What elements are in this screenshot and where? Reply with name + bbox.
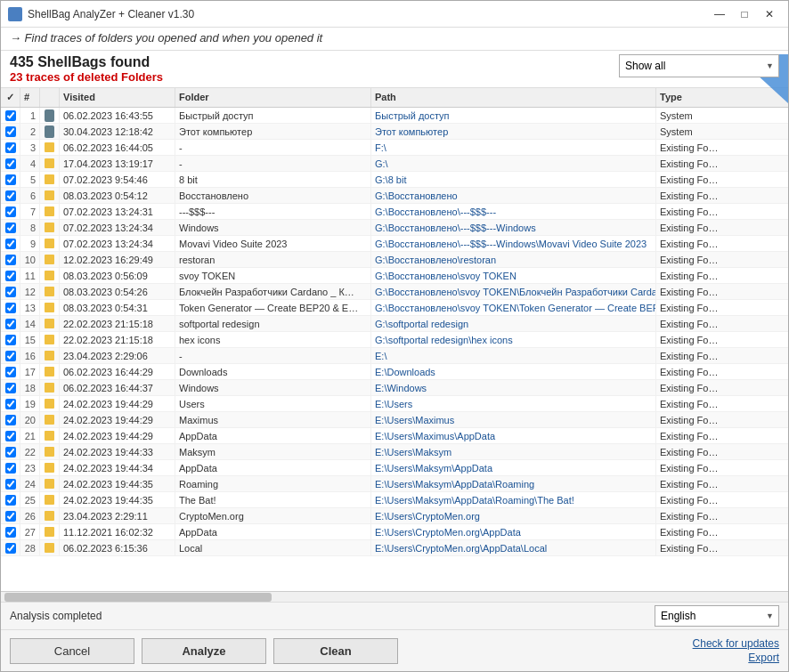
table-row[interactable]: 2324.02.2023 19:44:34AppDataE:\Users\Mak… — [1, 460, 788, 476]
row-checkbox[interactable] — [1, 268, 20, 283]
table-row[interactable]: 1706.02.2023 16:44:29DownloadsE:\Downloa… — [1, 364, 788, 380]
row-type: Existing Fo… — [656, 300, 763, 315]
table-row[interactable]: 306.02.2023 16:44:05-F:\Existing Fo… — [1, 140, 788, 156]
table-row[interactable]: 2124.02.2023 19:44:29AppDataE:\Users\Max… — [1, 428, 788, 444]
cancel-button[interactable]: Cancel — [10, 638, 134, 664]
table-row[interactable]: 1806.02.2023 16:44:37WindowsE:\WindowsEx… — [1, 380, 788, 396]
row-checkbox[interactable] — [1, 220, 20, 235]
table-row[interactable]: 1108.03.2023 0:56:09svoy TOKENG:\Восстан… — [1, 268, 788, 284]
row-checkbox[interactable] — [1, 252, 20, 267]
row-checkbox[interactable] — [1, 204, 20, 219]
table-row[interactable]: 1308.03.2023 0:54:31Token Generator — Cr… — [1, 300, 788, 316]
row-visited: 06.02.2023 16:44:29 — [60, 364, 175, 379]
col-check[interactable]: ✓ — [1, 88, 20, 107]
col-visited[interactable]: Visited — [60, 88, 175, 107]
table-row[interactable]: 1522.02.2023 21:15:18hex iconsG:\softpor… — [1, 332, 788, 348]
table-body[interactable]: 106.02.2023 16:43:55Быстрый доступБыстры… — [1, 108, 788, 591]
row-checkbox[interactable] — [1, 412, 20, 427]
row-checkbox[interactable] — [1, 428, 20, 443]
table-row[interactable]: 608.03.2023 0:54:12ВосстановленоG:\Восст… — [1, 188, 788, 204]
row-checkbox[interactable] — [1, 300, 20, 315]
subtitle-text: → Find traces of folders you opened and … — [10, 31, 322, 45]
col-num: # — [20, 88, 40, 107]
table-row[interactable]: 2224.02.2023 19:44:33MaksymE:\Users\Maks… — [1, 444, 788, 460]
col-icon — [40, 88, 60, 107]
row-checkbox[interactable] — [1, 172, 20, 187]
row-visited: 08.03.2023 0:54:31 — [60, 300, 175, 315]
maximize-button[interactable]: □ — [733, 5, 756, 23]
row-checkbox[interactable] — [1, 188, 20, 203]
language-select[interactable]: English Russian German French — [655, 605, 779, 627]
table-row[interactable]: 417.04.2023 13:19:17-G:\Existing Fo… — [1, 156, 788, 172]
table-row[interactable]: 2024.02.2023 19:44:29MaximusE:\Users\Max… — [1, 412, 788, 428]
row-checkbox[interactable] — [1, 492, 20, 507]
table-row[interactable]: 1208.03.2023 0:54:26Блокчейн Разработчик… — [1, 284, 788, 300]
col-folder[interactable]: Folder — [175, 88, 371, 107]
row-checkbox[interactable] — [1, 284, 20, 299]
link-buttons: Check for updates Export — [693, 637, 779, 664]
table-row[interactable]: 2424.02.2023 19:44:35RoamingE:\Users\Mak… — [1, 476, 788, 492]
close-button[interactable]: ✕ — [758, 5, 781, 23]
analyze-button[interactable]: Analyze — [142, 638, 266, 664]
row-number: 27 — [20, 524, 40, 539]
table-row[interactable]: 230.04.2023 12:18:42Этот компьютерЭтот к… — [1, 124, 788, 140]
row-checkbox[interactable] — [1, 156, 20, 171]
table-row[interactable]: 2623.04.2023 2:29:11CryptoMen.orgE:\User… — [1, 508, 788, 524]
row-number: 13 — [20, 300, 40, 315]
table-row[interactable]: 507.02.2023 9:54:468 bitG:\8 bitExisting… — [1, 172, 788, 188]
row-checkbox[interactable] — [1, 236, 20, 251]
table-row[interactable]: 1422.02.2023 21:15:18softportal redesign… — [1, 316, 788, 332]
row-checkbox[interactable] — [1, 444, 20, 459]
row-checkbox[interactable] — [1, 524, 20, 539]
row-checkbox[interactable] — [1, 332, 20, 347]
row-checkbox[interactable] — [1, 364, 20, 379]
row-icon — [40, 172, 60, 187]
row-icon — [40, 380, 60, 395]
row-icon — [40, 204, 60, 219]
row-checkbox[interactable] — [1, 396, 20, 411]
row-visited: 08.03.2023 0:54:12 — [60, 188, 175, 203]
col-path[interactable]: Path — [371, 88, 656, 107]
table-row[interactable]: 2711.12.2021 16:02:32AppDataE:\Users\Cry… — [1, 524, 788, 540]
row-number: 28 — [20, 540, 40, 555]
show-all-select-wrapper[interactable]: Show all Show deleted only Show existing… — [619, 54, 779, 77]
table-row[interactable]: 2524.02.2023 19:44:35The Bat!E:\Users\Ma… — [1, 492, 788, 508]
row-checkbox[interactable] — [1, 348, 20, 363]
row-type: Existing Fo… — [656, 156, 763, 171]
table-row[interactable]: 907.02.2023 13:24:34Movavi Video Suite 2… — [1, 236, 788, 252]
row-checkbox[interactable] — [1, 508, 20, 523]
clean-button[interactable]: Clean — [273, 638, 398, 664]
row-checkbox[interactable] — [1, 460, 20, 475]
table-row[interactable]: 2806.02.2023 6:15:36LocalE:\Users\Crypto… — [1, 540, 788, 556]
row-path: G:\softportal redesign\hex icons — [371, 332, 656, 347]
row-checkbox[interactable] — [1, 316, 20, 331]
language-select-wrapper[interactable]: English Russian German French — [655, 605, 779, 627]
row-icon — [40, 284, 60, 299]
row-checkbox[interactable] — [1, 124, 20, 139]
row-visited: 07.02.2023 13:24:34 — [60, 236, 175, 251]
table-row[interactable]: 1012.02.2023 16:29:49restoranG:\Восстано… — [1, 252, 788, 268]
show-all-select[interactable]: Show all Show deleted only Show existing… — [619, 54, 779, 77]
row-checkbox[interactable] — [1, 108, 20, 123]
table-row[interactable]: 106.02.2023 16:43:55Быстрый доступБыстры… — [1, 108, 788, 124]
table-row[interactable]: 707.02.2023 13:24:31---$$$---G:\Восстано… — [1, 204, 788, 220]
table-row[interactable]: 807.02.2023 13:24:34WindowsG:\Восстановл… — [1, 220, 788, 236]
row-checkbox[interactable] — [1, 540, 20, 555]
row-visited: 06.02.2023 16:44:05 — [60, 140, 175, 155]
table-row[interactable]: 1924.02.2023 19:44:29UsersE:\UsersExisti… — [1, 396, 788, 412]
row-type: Existing Fo… — [656, 204, 763, 219]
row-icon — [40, 236, 60, 251]
minimize-button[interactable]: — — [708, 5, 731, 23]
table-row[interactable]: 1623.04.2023 2:29:06-E:\Existing Fo… — [1, 348, 788, 364]
export-button[interactable]: Export — [748, 652, 779, 664]
row-visited: 08.03.2023 0:54:26 — [60, 284, 175, 299]
row-checkbox[interactable] — [1, 140, 20, 155]
row-folder: 8 bit — [175, 172, 371, 187]
scrollbar-thumb[interactable] — [4, 593, 272, 602]
horizontal-scrollbar[interactable] — [1, 591, 788, 602]
row-checkbox[interactable] — [1, 380, 20, 395]
row-icon — [40, 156, 60, 171]
row-checkbox[interactable] — [1, 476, 20, 491]
col-type[interactable]: Type — [656, 88, 763, 107]
check-updates-button[interactable]: Check for updates — [693, 637, 779, 650]
